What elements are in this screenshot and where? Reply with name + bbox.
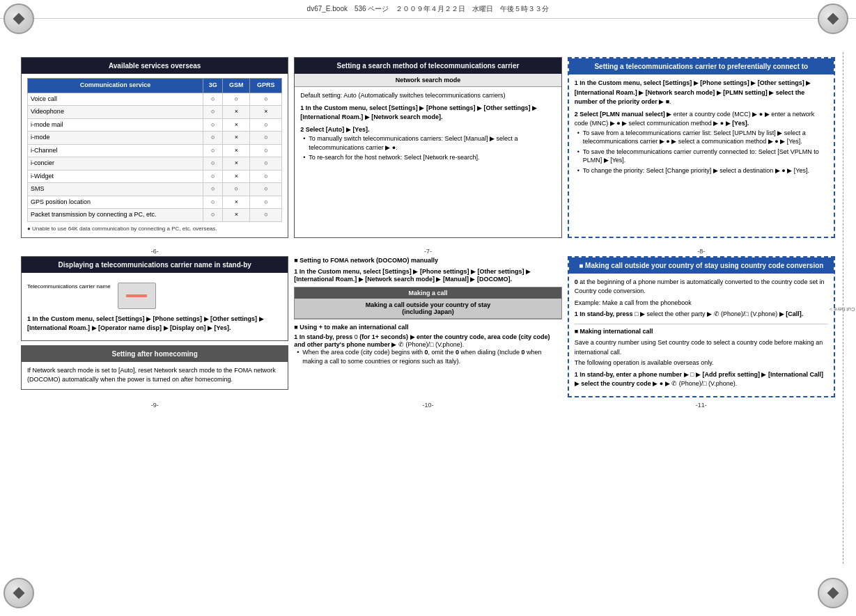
country-code-intro: 0 at the beginning of a phone number is …	[575, 278, 828, 297]
using-plus-bullets: When the area code (city code) begins wi…	[294, 348, 561, 365]
service-value-cell: ○	[203, 132, 223, 145]
service-value-cell: ○	[203, 144, 223, 157]
table-note: ● Unable to use 64K data communication b…	[27, 225, 282, 233]
service-value-cell: ○	[250, 196, 282, 209]
corner-decoration-bl	[3, 578, 38, 613]
service-name-cell: Packet transmission by connecting a PC, …	[28, 209, 203, 222]
display-carrier-step1: 1 In the Custom menu, select [Settings] …	[27, 315, 282, 333]
setting-after-header: Setting after homecoming	[22, 346, 288, 362]
intl-call-body: 0 at the beginning of a phone number is …	[569, 274, 834, 396]
telecomm-image: Telecommunications carrier name	[27, 283, 282, 309]
page-header: dv67_E.book 536 ページ ２００９年４月２２日 水曜日 午後５時３…	[0, 0, 856, 19]
service-value-cell: ○	[250, 144, 282, 157]
table-row: GPS position location○×○	[28, 196, 282, 209]
service-name-cell: Videophone	[28, 106, 203, 119]
display-carrier-panel: Displaying a telecommunications carrier …	[21, 256, 288, 397]
service-name-cell: Voice call	[28, 93, 203, 106]
service-value-cell: ○	[203, 209, 223, 222]
page-num-9: -9-	[21, 400, 288, 410]
table-row: i-mode mail○×○	[28, 118, 282, 132]
setting-after-panel: Setting after homecoming If Network sear…	[21, 345, 288, 390]
bottom-section: Displaying a telecommunications carrier …	[21, 256, 835, 397]
service-value-cell: ○	[203, 170, 223, 183]
making-call-subheader: Making a call outside your country of st…	[295, 299, 561, 319]
search-method-body: Default setting: Auto (Automatically swi…	[295, 87, 561, 169]
carrier-bullets: To save from a telecommunications carrie…	[575, 129, 828, 175]
col-gprs: GPRS	[250, 79, 282, 93]
service-value-cell: ×	[223, 196, 250, 209]
cut-label: ＜Cut here＞	[828, 304, 856, 312]
service-value-cell: ×	[223, 106, 250, 119]
table-row: SMS○○○	[28, 183, 282, 196]
telecom-carrier-body: 1 In the Custom menu, select [Settings] …	[569, 74, 834, 182]
telecomm-label: Telecommunications carrier name	[27, 283, 111, 291]
service-name-cell: i-Widget	[28, 170, 203, 183]
page-num-10: -10-	[294, 400, 561, 410]
search-bullets: To manually switch telecommunications ca…	[300, 134, 555, 162]
using-plus-bullet1: When the area code (city code) begins wi…	[302, 348, 561, 365]
making-intl-header: ■ Making international call	[575, 327, 828, 337]
table-row: Packet transmission by connecting a PC, …	[28, 209, 282, 222]
using-plus-header: ■ Using + to make an international call	[294, 324, 561, 331]
service-value-cell: ○	[250, 157, 282, 171]
country-code-example: Example: Make a call from the phonebook	[575, 299, 828, 308]
search-intro: Default setting: Auto (Automatically swi…	[300, 91, 555, 101]
header-text: dv67_E.book 536 ページ ２００９年４月２２日 水曜日 午後５時３…	[307, 4, 550, 14]
service-name-cell: i-concier	[28, 157, 203, 171]
col-3g: 3G	[203, 79, 223, 93]
service-value-cell: ○	[250, 183, 282, 196]
making-intl-step1: 1 In stand-by, enter a phone number ▶ □ …	[575, 370, 828, 389]
carrier-bullet3: To change the priority: Select [Change p…	[583, 166, 828, 175]
service-value-cell: ○	[250, 209, 282, 222]
table-row: Voice call○○○	[28, 93, 282, 106]
service-value-cell: ×	[223, 157, 250, 171]
country-code-step1: 1 In stand-by, press □ ▶ select the othe…	[575, 310, 828, 319]
service-value-cell: ×	[223, 118, 250, 132]
page-num-6: -6-	[21, 246, 288, 256]
foma-section-header: ■ Setting to FOMA network (DOCOMO) manua…	[294, 256, 561, 265]
phone-display	[118, 283, 156, 309]
service-value-cell: ×	[223, 209, 250, 222]
intl-call-panel: ■ Making call outside your country of st…	[568, 256, 835, 397]
making-call-header: Making a call	[295, 287, 561, 299]
corner-decoration-tl	[3, 3, 38, 38]
making-intl-section: ■ Making international call Save a count…	[575, 324, 828, 389]
display-carrier-body: Telecommunications carrier name 1 In the…	[22, 273, 288, 340]
making-intl-text: Save a country number using Set country …	[575, 338, 828, 357]
service-name-cell: SMS	[28, 183, 203, 196]
page-num-11: -11-	[568, 400, 835, 410]
available-services-panel: Available services overseas Communicatio…	[21, 57, 288, 238]
foma-step1: 1 In the Custom menu, select [Settings] …	[294, 267, 561, 283]
service-name-cell: i-Channel	[28, 144, 203, 157]
service-value-cell: ○	[203, 93, 223, 106]
search-method-panel: Setting a search method of telecommunica…	[294, 57, 561, 238]
service-value-cell: ○	[250, 118, 282, 132]
carrier-bullet2: To save the telecommunications carrier c…	[583, 148, 828, 165]
page-numbers-top: -6- -7- -8-	[21, 246, 835, 256]
setting-after-body: If Network search mode is set to [Auto],…	[22, 362, 288, 389]
page-num-8: -8-	[568, 246, 835, 256]
search-step1: 1 In the Custom menu, select [Settings] …	[300, 104, 555, 123]
service-name-cell: GPS position location	[28, 196, 203, 209]
telecom-carrier-panel: Setting a telecommunications carrier to …	[568, 57, 835, 238]
display-carrier-header: Displaying a telecommunications carrier …	[22, 257, 288, 273]
using-plus-step1: 1 In stand-by, press 0 (for 1+ seconds) …	[294, 333, 561, 365]
service-value-cell: ×	[223, 170, 250, 183]
page-numbers-bottom: -9- -10- -11-	[21, 400, 835, 410]
service-value-cell: ○	[223, 93, 250, 106]
service-value-cell: ○	[250, 93, 282, 106]
service-value-cell: ○	[250, 132, 282, 145]
service-table: Communication service 3G GSM GPRS Voice …	[27, 78, 282, 222]
top-section: Available services overseas Communicatio…	[21, 57, 835, 238]
service-value-cell: ○	[203, 106, 223, 119]
search-bullet1: To manually switch telecommunications ca…	[309, 134, 555, 152]
service-value-cell: ○	[203, 118, 223, 132]
display-carrier-inner: Displaying a telecommunications carrier …	[21, 256, 288, 341]
col-gsm: GSM	[223, 79, 250, 93]
service-name-cell: i-mode	[28, 132, 203, 145]
table-row: i-Channel○×○	[28, 144, 282, 157]
search-step2: 2 Select [Auto] ▶ [Yes]. To manually swi…	[300, 125, 555, 162]
service-name-cell: i-mode mail	[28, 118, 203, 132]
search-bullet2: To re-search for the host network: Selec…	[309, 153, 555, 162]
service-value-cell: ×	[250, 106, 282, 119]
